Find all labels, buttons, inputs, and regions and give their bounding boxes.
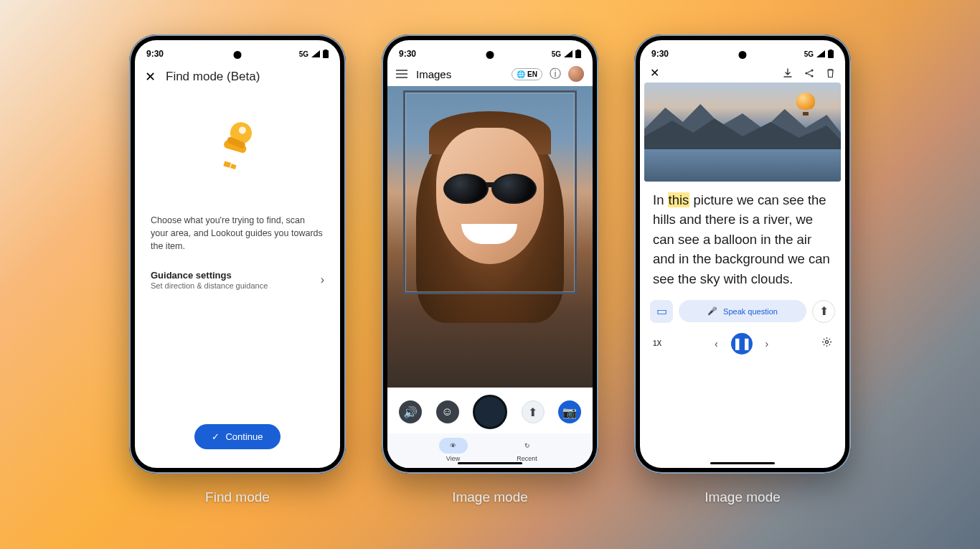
eye-icon: 👁 [450, 442, 456, 449]
balloon [796, 93, 815, 117]
caption-button[interactable]: ▭ [650, 300, 673, 323]
svg-rect-10 [828, 50, 834, 58]
phone-frame: 9:30 5G Images 🌐 EN ⓘ [382, 34, 598, 474]
battery-icon [323, 50, 329, 58]
export-button[interactable]: ⬆ [812, 300, 835, 323]
face-button[interactable]: ☺ [436, 400, 459, 423]
phone-2-wrapper: 9:30 5G Images 🌐 EN ⓘ [382, 34, 598, 505]
camera-cutout [739, 51, 747, 59]
desc-pre: In [653, 192, 668, 207]
speaker-icon: 🔊 [403, 405, 418, 419]
shutter-button[interactable] [473, 395, 507, 429]
key-illustration [209, 118, 266, 182]
audio-button[interactable]: 🔊 [399, 400, 422, 423]
image-description-text: In this picture we can see the hills and… [640, 182, 845, 296]
language-code: EN [527, 70, 537, 78]
status-network: 5G [299, 50, 308, 58]
caption-phone2: Image mode [452, 489, 528, 505]
signal-icon [564, 50, 573, 57]
info-icon[interactable]: ⓘ [550, 67, 561, 82]
landscape-image [644, 83, 841, 182]
camera-viewfinder [387, 86, 593, 388]
svg-rect-9 [577, 50, 580, 51]
settings-button[interactable] [821, 337, 832, 350]
history-icon: ↻ [524, 442, 530, 449]
camera-icon: 📷 [562, 405, 577, 419]
close-icon[interactable]: ✕ [650, 66, 659, 80]
caption-phone3: Image mode [705, 489, 781, 505]
pause-icon: ❚❚ [732, 337, 751, 350]
tab-view-label: View [446, 455, 460, 462]
language-selector[interactable]: 🌐 EN [512, 68, 542, 80]
avatar[interactable] [568, 66, 584, 82]
svg-point-15 [825, 341, 828, 344]
home-indicator [458, 462, 522, 464]
next-button[interactable]: › [765, 338, 769, 349]
svg-rect-11 [829, 50, 832, 51]
upload-button[interactable]: ⬆ [522, 400, 545, 423]
continue-button[interactable]: ✓ Continue [194, 424, 280, 449]
svg-rect-1 [324, 50, 327, 51]
upload-icon: ⬆ [819, 304, 829, 318]
phone-frame: 9:30 5G ✕ [634, 34, 851, 474]
battery-icon [575, 50, 581, 58]
camera-cutout [234, 51, 242, 59]
caption-phone1: Find mode [205, 489, 270, 505]
prev-button[interactable]: ‹ [715, 338, 718, 349]
camera-toggle-button[interactable]: 📷 [558, 400, 581, 423]
tab-recent[interactable]: ↻ Recent [513, 438, 542, 462]
svg-rect-6 [230, 164, 236, 169]
page-title: Find mode (Beta) [166, 70, 260, 84]
svg-point-12 [805, 72, 807, 74]
signal-icon [311, 50, 320, 57]
svg-rect-8 [575, 50, 581, 58]
tab-view[interactable]: 👁 View [439, 438, 468, 462]
caption-icon: ▭ [656, 304, 667, 318]
camera-cutout [486, 51, 494, 59]
page-title: Images [416, 68, 451, 80]
svg-point-13 [811, 69, 813, 71]
delete-icon[interactable] [826, 68, 835, 78]
tab-recent-label: Recent [517, 455, 537, 462]
guidance-settings-row[interactable]: Guidance settings Set direction & distan… [151, 267, 324, 293]
status-network: 5G [552, 50, 561, 58]
status-time: 9:30 [399, 49, 416, 59]
status-network: 5G [804, 50, 814, 58]
speak-label: Speak question [723, 307, 778, 316]
mic-icon: 🎤 [707, 306, 717, 316]
phone-frame: 9:30 5G ✕ Find mode (Beta) [129, 34, 346, 474]
face-icon: ☺ [441, 405, 453, 418]
globe-icon: 🌐 [517, 70, 525, 78]
svg-point-14 [811, 75, 813, 77]
continue-label: Continue [225, 431, 263, 442]
home-indicator [710, 462, 775, 464]
upload-icon: ⬆ [528, 405, 537, 419]
detection-frame [403, 90, 577, 294]
chevron-right-icon: › [321, 273, 324, 286]
phone-3-wrapper: 9:30 5G ✕ [634, 34, 851, 505]
share-icon[interactable] [804, 68, 814, 78]
settings-title: Guidance settings [151, 270, 268, 281]
battery-icon [828, 50, 834, 58]
download-icon[interactable] [783, 68, 793, 78]
svg-rect-0 [323, 50, 329, 58]
check-icon: ✓ [212, 431, 220, 442]
description-text: Choose what you're trying to find, scan … [151, 214, 324, 253]
playback-speed[interactable]: 1X [653, 339, 661, 347]
speak-question-button[interactable]: 🎤 Speak question [679, 300, 806, 322]
phone-1-wrapper: 9:30 5G ✕ Find mode (Beta) [129, 34, 346, 505]
status-time: 9:30 [146, 49, 164, 59]
hamburger-icon[interactable] [396, 70, 407, 78]
svg-rect-5 [223, 161, 231, 167]
play-pause-button[interactable]: ❚❚ [731, 333, 753, 355]
highlighted-word: this [668, 192, 690, 207]
signal-icon [816, 50, 825, 57]
status-time: 9:30 [651, 49, 669, 59]
close-icon[interactable]: ✕ [145, 69, 156, 85]
settings-subtitle: Set direction & distance guidance [151, 281, 268, 290]
